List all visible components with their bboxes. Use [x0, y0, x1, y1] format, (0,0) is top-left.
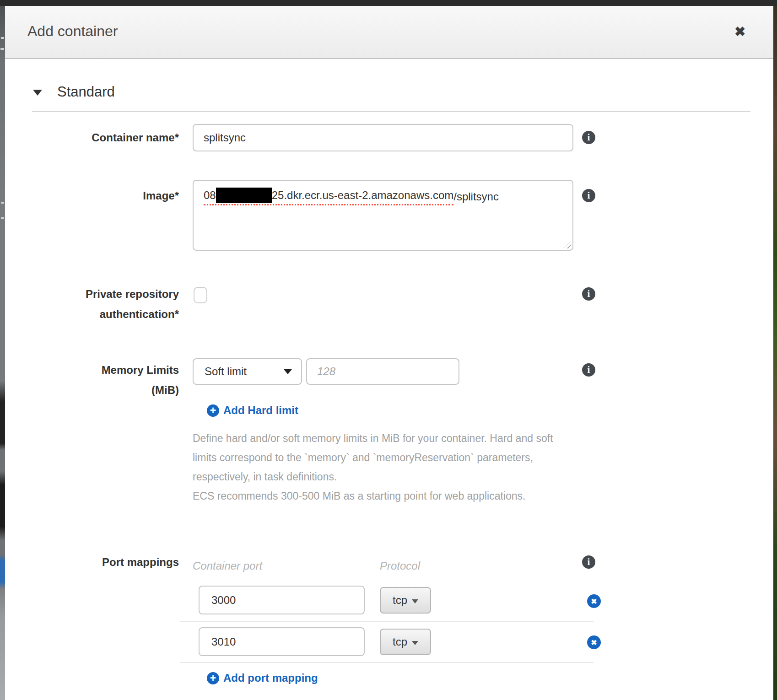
delete-port-mapping-icon[interactable]: ✖ — [587, 635, 601, 649]
memory-help-line: respectively, in task definitions. — [193, 467, 559, 486]
protocol-value: tcp — [393, 635, 407, 648]
plus-icon: + — [207, 672, 219, 684]
image-value-tail: /splitsync — [453, 190, 499, 203]
add-hard-limit-link[interactable]: + Add Hard limit — [207, 404, 298, 417]
image-label: Image* — [23, 186, 179, 206]
memory-limit-value-input[interactable] — [306, 358, 459, 385]
section-caret-icon[interactable] — [33, 90, 42, 96]
port-mappings-label: Port mappings — [23, 552, 179, 572]
add-hard-limit-label: Add Hard limit — [223, 404, 298, 417]
container-port-column-header: Container port — [193, 560, 262, 572]
private-repo-checkbox[interactable] — [194, 287, 207, 303]
memory-limits-info-icon[interactable]: i — [582, 363, 595, 377]
memory-help-line: limits correspond to the `memory` and `m… — [193, 448, 559, 467]
background-fragment — [1, 217, 4, 219]
background-page-sliver-right — [773, 6, 777, 700]
memory-limits-label-line2: (MiB) — [23, 380, 179, 400]
background-top-bar — [0, 0, 777, 6]
image-value-mid: 25.dkr.ecr.us-east-2.amazonaws.com — [272, 189, 454, 202]
plus-icon: + — [207, 404, 219, 417]
memory-limits-label: Memory Limits (MiB) — [23, 360, 179, 400]
close-icon[interactable]: ✖ — [734, 25, 745, 38]
container-name-label: Container name* — [23, 128, 179, 148]
section-divider — [32, 111, 750, 112]
private-repo-info-icon[interactable]: i — [582, 287, 595, 301]
private-repo-label-line1: Private repository — [23, 284, 179, 304]
chevron-down-icon — [412, 599, 418, 603]
modal-title: Add container — [27, 23, 118, 40]
container-name-info-icon[interactable]: i — [582, 131, 595, 144]
modal-header: Add container ✖ — [5, 6, 773, 59]
memory-limits-label-line1: Memory Limits — [23, 360, 179, 380]
add-port-mapping-link[interactable]: + Add port mapping — [207, 672, 318, 684]
background-fragment — [1, 37, 4, 39]
image-info-icon[interactable]: i — [582, 189, 595, 202]
image-input[interactable]: 08 25.dkr.ecr.us-east-2.amazonaws.com /s… — [193, 180, 573, 251]
add-container-modal: Add container ✖ Standard Container name*… — [5, 6, 773, 700]
protocol-select[interactable]: tcp — [380, 629, 431, 655]
container-port-input[interactable] — [199, 627, 365, 656]
port-mappings-info-icon[interactable]: i — [582, 555, 595, 569]
image-value: 08 25.dkr.ecr.us-east-2.amazonaws.com /s… — [204, 188, 499, 205]
section-title: Standard — [57, 84, 115, 100]
image-value-prefix: 08 — [204, 189, 216, 202]
background-page-sliver-left — [0, 6, 5, 700]
container-port-input[interactable] — [199, 586, 365, 614]
chevron-down-icon — [284, 369, 292, 374]
chevron-down-icon — [412, 641, 418, 645]
container-name-input[interactable] — [193, 124, 573, 151]
image-redaction-block — [216, 188, 272, 203]
memory-help-line: ECS recommends 300-500 MiB as a starting… — [193, 486, 559, 506]
screen: Add container ✖ Standard Container name*… — [0, 0, 777, 700]
memory-help-line: Define hard and/or soft memory limits in… — [193, 429, 559, 448]
row-separator — [180, 621, 594, 622]
protocol-value: tcp — [393, 594, 407, 607]
row-separator — [180, 662, 594, 663]
image-value-spellchecked: 08 25.dkr.ecr.us-east-2.amazonaws.com — [204, 188, 453, 205]
textarea-resize-handle-icon[interactable] — [564, 241, 571, 248]
memory-limit-type-value: Soft limit — [205, 365, 247, 378]
background-fragment — [0, 48, 4, 50]
protocol-column-header: Protocol — [380, 560, 420, 572]
protocol-select[interactable]: tcp — [380, 587, 431, 614]
add-port-mapping-label: Add port mapping — [223, 672, 318, 684]
private-repo-label: Private repository authentication* — [23, 284, 179, 324]
background-fragment — [1, 202, 4, 204]
private-repo-label-line2: authentication* — [23, 304, 179, 324]
delete-port-mapping-icon[interactable]: ✖ — [587, 594, 601, 608]
memory-limit-type-select[interactable]: Soft limit — [193, 358, 302, 385]
